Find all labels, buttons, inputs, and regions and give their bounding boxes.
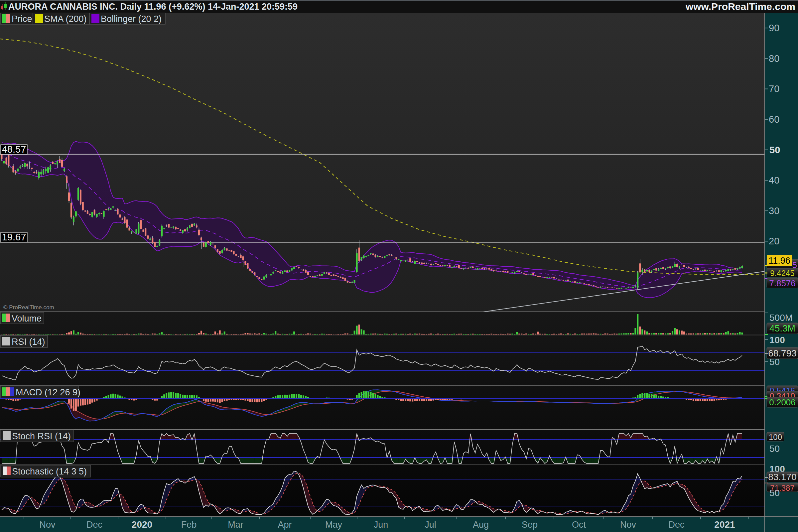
svg-text:100: 100 (769, 433, 782, 441)
svg-text:100: 100 (770, 335, 785, 345)
svg-text:Mar: Mar (228, 520, 243, 530)
svg-text:90: 90 (769, 23, 779, 33)
svg-text:© ProRealTime.com: © ProRealTime.com (3, 304, 54, 310)
svg-text:AURORA CANNABIS INC. Daily 11.: AURORA CANNABIS INC. Daily 11.96 (+9.62%… (8, 2, 298, 12)
svg-text:20: 20 (769, 236, 779, 246)
svg-text:Oct: Oct (572, 520, 586, 530)
svg-text:Stoch RSI (14): Stoch RSI (14) (12, 431, 71, 441)
svg-text:www.ProRealTime.com: www.ProRealTime.com (685, 1, 795, 12)
svg-text:40: 40 (769, 175, 779, 186)
svg-text:Sep: Sep (522, 520, 538, 530)
svg-text:9.4245: 9.4245 (770, 269, 794, 278)
svg-text:70: 70 (769, 83, 779, 94)
svg-text:Price: Price (12, 14, 32, 24)
svg-text:7.8576: 7.8576 (769, 278, 796, 288)
svg-text:500M: 500M (770, 312, 793, 323)
svg-text:Nov: Nov (620, 520, 636, 530)
svg-text:48.57: 48.57 (2, 144, 26, 155)
svg-text:45.3M: 45.3M (770, 323, 795, 334)
svg-text:Dec: Dec (87, 520, 102, 530)
svg-text:60: 60 (769, 114, 779, 125)
svg-text:Apr: Apr (278, 520, 291, 530)
svg-text:SMA (200): SMA (200) (44, 14, 87, 24)
svg-text:Volume: Volume (12, 314, 41, 324)
svg-text:0.2006: 0.2006 (769, 397, 796, 407)
svg-text:Bollinger (20 2): Bollinger (20 2) (101, 14, 162, 24)
svg-text:50: 50 (770, 488, 780, 498)
svg-text:Stochastic (14 3 5): Stochastic (14 3 5) (12, 467, 87, 476)
svg-text:Jun: Jun (374, 520, 388, 530)
svg-text:11.96: 11.96 (768, 256, 790, 266)
svg-text:50: 50 (770, 145, 780, 155)
svg-text:83.170: 83.170 (768, 472, 797, 482)
svg-text:MACD (12 26 9): MACD (12 26 9) (16, 387, 80, 397)
svg-text:50: 50 (770, 443, 780, 454)
svg-text:Jul: Jul (424, 520, 436, 530)
svg-text:Aug: Aug (473, 520, 489, 530)
svg-text:80: 80 (769, 53, 779, 64)
svg-text:19.67: 19.67 (2, 232, 26, 242)
svg-text:Dec: Dec (668, 520, 684, 530)
svg-text:2021: 2021 (714, 519, 735, 530)
svg-text:30: 30 (769, 206, 779, 216)
svg-text:Feb: Feb (181, 520, 197, 530)
svg-text:RSI (14): RSI (14) (12, 337, 45, 347)
svg-text:Nov: Nov (39, 520, 56, 530)
svg-text:May: May (325, 520, 342, 530)
svg-text:2020: 2020 (132, 519, 152, 530)
svg-text:50: 50 (770, 357, 780, 367)
